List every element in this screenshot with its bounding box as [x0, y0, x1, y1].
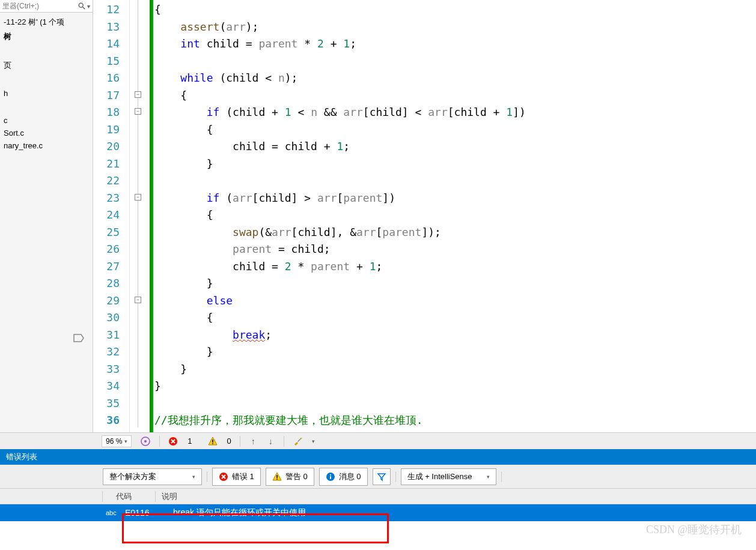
solution-tree: -11-22 树' (1 个项 树 页 h c Sort.c nary_tree… [0, 13, 93, 154]
error-description: break 语句只能在循环或开关中使用 [173, 507, 306, 518]
editor-status-bar: 96 % ▾ 1 0 ↑ ↓ ▾ [0, 432, 756, 449]
zoom-control[interactable]: 96 % ▾ [102, 435, 132, 447]
info-icon [326, 472, 335, 482]
error-list-toolbar: 整个解决方案 ▾ 错误 1 警告 0 消息 0 生成 + IntelliSens… [0, 465, 756, 489]
fold-gutter[interactable]: − − − − [129, 0, 150, 432]
svg-line-1 [83, 7, 85, 10]
project-node[interactable]: 树 [0, 29, 93, 44]
fold-toggle[interactable]: − [135, 297, 141, 303]
error-list-header[interactable]: 错误列表 [0, 449, 756, 465]
error-row[interactable]: abc E0116 break 语句只能在循环或开关中使用 [0, 504, 756, 521]
code-editor[interactable]: 1213141516171819202122232425262728293031… [93, 0, 756, 432]
error-code: E0116 [125, 508, 173, 518]
code-area[interactable]: { assert(arr); int child = parent * 2 + … [154, 0, 756, 432]
file-item[interactable]: Sort.c [0, 127, 93, 139]
warning-icon[interactable] [208, 437, 218, 446]
error-count: 1 [187, 437, 192, 446]
svg-rect-9 [276, 475, 278, 478]
fold-toggle[interactable]: − [135, 108, 141, 115]
watermark: CSDN @睡觉待开机 [646, 522, 742, 537]
error-icon [219, 472, 228, 482]
svg-rect-13 [330, 474, 331, 476]
intellisense-error-icon: abc [97, 509, 125, 517]
dropdown-icon[interactable]: ▾ [87, 3, 90, 10]
column-header-code[interactable]: 代码 [102, 491, 155, 502]
column-header-desc[interactable]: 说明 [155, 491, 177, 502]
nav-down-button[interactable]: ↓ [266, 437, 275, 446]
scope-dropdown[interactable]: 整个解决方案 ▾ [103, 468, 202, 485]
dropdown-icon[interactable]: ▾ [312, 438, 315, 444]
tree-item[interactable]: h [0, 87, 93, 100]
svg-point-0 [79, 3, 83, 7]
file-item[interactable]: c [0, 114, 93, 127]
warning-icon [272, 472, 282, 482]
line-number-gutter: 1213141516171819202122232425262728293031… [93, 0, 129, 432]
search-input[interactable] [2, 2, 76, 10]
filter-icon [377, 472, 386, 482]
dropdown-icon: ▾ [192, 474, 195, 480]
dropdown-icon[interactable]: ▾ [124, 438, 127, 444]
search-icon[interactable] [76, 2, 86, 10]
svg-point-7 [301, 438, 302, 439]
fold-toggle[interactable]: − [135, 194, 141, 201]
source-dropdown[interactable]: 生成 + IntelliSense ▾ [401, 468, 496, 485]
file-item[interactable]: nary_tree.c [0, 139, 93, 152]
svg-point-3 [144, 440, 147, 443]
build-filter-button[interactable] [373, 468, 391, 485]
svg-text:abc: abc [106, 509, 117, 516]
error-grid-header: 代码 说明 [0, 489, 756, 504]
svg-rect-6 [212, 443, 213, 444]
nav-up-button[interactable]: ↑ [249, 437, 258, 446]
intellisense-icon[interactable] [140, 436, 151, 447]
change-indicator [150, 0, 153, 432]
svg-rect-12 [330, 476, 331, 479]
tree-item[interactable]: 页 [0, 58, 93, 73]
solution-explorer-sidebar: ▾ -11-22 树' (1 个项 树 页 h c Sort.c nary_tr… [0, 0, 93, 432]
warnings-filter-button[interactable]: 警告 0 [266, 468, 314, 486]
error-icon[interactable] [168, 437, 178, 446]
solution-node[interactable]: -11-22 树' (1 个项 [0, 15, 93, 29]
svg-rect-10 [276, 479, 278, 480]
brush-icon[interactable] [293, 436, 303, 447]
errors-filter-button[interactable]: 错误 1 [212, 468, 261, 486]
warning-count: 0 [227, 437, 231, 446]
svg-rect-5 [212, 440, 213, 443]
bookmark-icon[interactable] [73, 333, 85, 343]
dropdown-icon: ▾ [487, 474, 490, 480]
search-box[interactable]: ▾ [0, 0, 93, 13]
fold-toggle[interactable]: − [135, 91, 141, 98]
messages-filter-button[interactable]: 消息 0 [319, 468, 368, 486]
